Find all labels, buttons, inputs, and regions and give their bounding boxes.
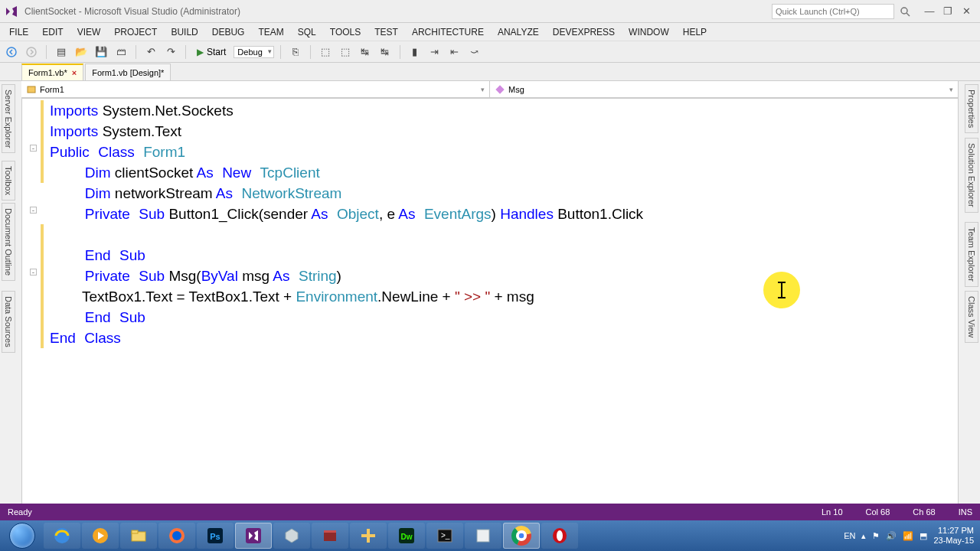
system-tray[interactable]: EN ▴ ⚑ 🔊 📶 ⬒ 11:27 PM 23-May-15 <box>844 526 978 546</box>
toolbar-btn-8[interactable]: ⇤ <box>446 44 463 60</box>
outline-toggle[interactable]: - <box>30 269 37 276</box>
menu-architecture[interactable]: ARCHITECTURE <box>406 25 490 39</box>
opera-icon[interactable] <box>541 523 578 549</box>
menu-project[interactable]: PROJECT <box>108 25 163 39</box>
svg-point-3 <box>27 47 36 57</box>
team-explorer-tab[interactable]: Team Explorer <box>965 222 978 287</box>
save-all-button[interactable]: 🗃 <box>113 44 129 60</box>
solution-explorer-tab[interactable]: Solution Explorer <box>965 138 978 213</box>
toolbar-btn-5[interactable]: ↹ <box>377 44 394 60</box>
quick-launch-input[interactable] <box>772 4 894 19</box>
menu-debug[interactable]: DEBUG <box>206 25 251 39</box>
class-view-tab[interactable]: Class View <box>965 291 978 343</box>
toolbar-btn-9[interactable]: ⤻ <box>466 44 483 60</box>
wmp-icon[interactable] <box>82 523 119 549</box>
app-icon-1[interactable] <box>273 523 310 549</box>
status-ch: Ch 68 <box>913 507 935 517</box>
start-debug-button[interactable]: ▶Start <box>192 47 230 57</box>
status-ins: INS <box>959 507 972 517</box>
tray-up-icon[interactable]: ▴ <box>861 531 866 541</box>
open-button[interactable]: 📂 <box>73 44 90 60</box>
new-project-button[interactable]: ▤ <box>53 44 70 60</box>
menu-window[interactable]: WINDOW <box>622 25 675 39</box>
dreamweaver-icon[interactable]: Dw <box>388 523 425 549</box>
redo-button[interactable]: ↷ <box>162 44 179 60</box>
toolbox-tab[interactable]: Toolbox <box>2 161 15 201</box>
save-button[interactable]: 💾 <box>93 44 109 60</box>
visualstudio-icon[interactable] <box>235 523 272 549</box>
svg-point-29 <box>518 533 524 539</box>
toolbar-btn-6[interactable]: ▮ <box>407 44 423 60</box>
start-button[interactable] <box>2 520 43 551</box>
outline-toggle[interactable]: - <box>30 207 37 214</box>
tab-form1-design[interactable]: Form1.vb [Design]* <box>85 64 171 80</box>
nav-bar: Form1 Msg <box>21 81 959 98</box>
toolbar-btn-4[interactable]: ↹ <box>357 44 374 60</box>
firefox-icon[interactable] <box>158 523 195 549</box>
svg-rect-19 <box>361 534 375 537</box>
cmd-icon[interactable]: >_ <box>426 523 463 549</box>
svg-rect-24 <box>477 530 489 542</box>
toolbar-btn-1[interactable]: ⎘ <box>287 44 304 60</box>
status-line: Ln 10 <box>822 507 843 517</box>
menu-tools[interactable]: TOOLS <box>324 25 367 39</box>
menu-file[interactable]: FILE <box>3 25 34 39</box>
nav-fwd-button[interactable] <box>23 44 40 60</box>
change-bar <box>41 224 44 348</box>
menu-test[interactable]: TEST <box>368 25 404 39</box>
app-icon-2[interactable] <box>312 523 348 549</box>
windows-taskbar: Ps Dw >_ EN ▴ ⚑ 🔊 📶 ⬒ 11:27 PM 23-May-15 <box>0 520 980 551</box>
server-explorer-tab[interactable]: Server Explorer <box>2 84 15 153</box>
properties-tab[interactable]: Properties <box>965 84 978 133</box>
search-icon[interactable] <box>897 4 913 19</box>
menu-analyze[interactable]: ANALYZE <box>492 25 545 39</box>
menu-build[interactable]: BUILD <box>165 25 204 39</box>
clock[interactable]: 11:27 PM 23-May-15 <box>933 526 974 546</box>
svg-point-12 <box>172 531 181 540</box>
config-combo[interactable]: Debug <box>234 46 273 58</box>
gutter <box>22 99 41 494</box>
network-icon[interactable]: 📶 <box>903 531 913 541</box>
nav-back-button[interactable] <box>3 44 20 60</box>
photoshop-icon[interactable]: Ps <box>197 523 234 549</box>
close-button[interactable]: ✕ <box>957 4 975 19</box>
flag-icon[interactable]: ⚑ <box>872 531 880 541</box>
document-outline-tab[interactable]: Document Outline <box>2 203 15 281</box>
svg-point-0 <box>901 8 907 14</box>
toolbar-btn-2[interactable]: ⬚ <box>317 44 334 60</box>
volume-icon[interactable]: 🔊 <box>886 531 897 541</box>
minimize-button[interactable]: — <box>920 4 939 19</box>
toolbar-btn-7[interactable]: ⇥ <box>426 44 443 60</box>
menu-edit[interactable]: EDIT <box>36 25 69 39</box>
app-icon-4[interactable] <box>465 523 501 549</box>
toolbar-btn-3[interactable]: ⬚ <box>337 44 354 60</box>
class-nav-combo[interactable]: Form1 <box>21 81 490 97</box>
menu-help[interactable]: HELP <box>677 25 713 39</box>
code-editor[interactable]: - - - Imports System.Net.Sockets Imports… <box>21 98 959 507</box>
chrome-icon[interactable] <box>503 523 540 549</box>
method-icon <box>495 84 505 95</box>
tab-form1-vb[interactable]: Form1.vb*× <box>21 64 83 80</box>
change-bar <box>41 100 44 183</box>
undo-button[interactable]: ↶ <box>142 44 159 60</box>
lang-indicator[interactable]: EN <box>844 531 855 540</box>
menu-team[interactable]: TEAM <box>252 25 289 39</box>
status-bar: Ready Ln 10 Col 68 Ch 68 INS <box>0 504 980 520</box>
outline-toggle[interactable]: - <box>30 145 37 152</box>
svg-rect-4 <box>28 86 35 93</box>
windows-orb-icon <box>9 523 35 549</box>
code-area[interactable]: Imports System.Net.Sockets Imports Syste… <box>50 99 958 348</box>
explorer-icon[interactable] <box>120 523 157 549</box>
app-icon-3[interactable] <box>350 523 387 549</box>
tray-icon[interactable]: ⬒ <box>920 531 927 541</box>
data-sources-tab[interactable]: Data Sources <box>2 291 15 353</box>
ie-icon[interactable] <box>44 523 80 549</box>
menu-view[interactable]: VIEW <box>71 25 107 39</box>
close-icon[interactable]: × <box>72 68 77 77</box>
svg-point-2 <box>7 47 16 57</box>
member-nav-combo[interactable]: Msg <box>490 81 959 97</box>
menu-sql[interactable]: SQL <box>292 25 322 39</box>
maximize-button[interactable]: ❐ <box>939 4 957 19</box>
menu-devexpress[interactable]: DEVEXPRESS <box>547 25 621 39</box>
svg-text:Dw: Dw <box>401 533 413 541</box>
